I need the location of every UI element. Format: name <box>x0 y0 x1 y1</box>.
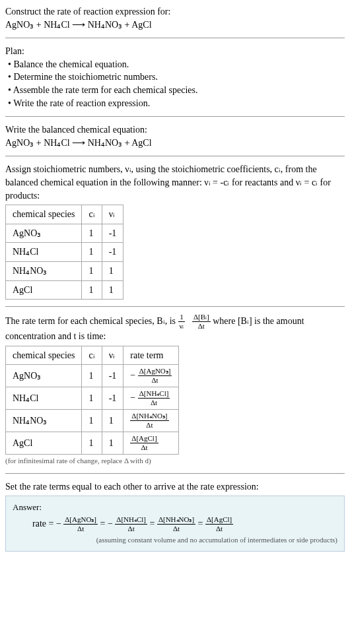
cell-rate: Δ[AgCl] Δt <box>123 432 179 455</box>
divider <box>5 38 345 38</box>
rate-term-table: chemical species cᵢ νᵢ rate term AgNO₃ 1… <box>5 346 179 455</box>
col-header: νᵢ <box>102 346 123 365</box>
cell-nu: -1 <box>102 224 123 243</box>
answer-frac: Δ[AgNO₃] Δt <box>63 516 98 532</box>
stoich-table: chemical species cᵢ νᵢ AgNO₃ 1 -1 NH₄Cl … <box>5 205 123 300</box>
frac-num: Δ[AgNO₃] <box>138 368 172 376</box>
frac-den: Δt <box>115 525 147 532</box>
cell-rate: − Δ[NH₄Cl] Δt <box>123 387 179 410</box>
frac-num: Δ[Bᵢ] <box>192 313 211 322</box>
balanced-equation: AgNO₃ + NH₄Cl ⟶ NH₄NO₃ + AgCl <box>5 137 345 150</box>
answer-box: Answer: rate = − Δ[AgNO₃] Δt = − Δ[NH₄Cl… <box>5 496 345 552</box>
stoich-intro: Assign stoichiometric numbers, νᵢ, using… <box>5 163 345 202</box>
cell-nu: -1 <box>102 365 123 387</box>
answer-frac: Δ[NH₄Cl] Δt <box>115 516 147 532</box>
frac-den: Δt <box>192 322 211 330</box>
prompt-equation: AgNO₃ + NH₄Cl ⟶ NH₄NO₃ + AgCl <box>5 18 345 32</box>
table-row: AgNO₃ 1 -1 <box>6 224 123 243</box>
cell-c: 1 <box>82 261 102 280</box>
table-header-row: chemical species cᵢ νᵢ rate term <box>6 346 179 365</box>
cell-c: 1 <box>82 365 102 387</box>
answer-equation: rate = − Δ[AgNO₃] Δt = − Δ[NH₄Cl] Δt = Δ… <box>13 516 337 532</box>
cell-species: AgNO₃ <box>6 224 82 243</box>
rate-term-block: The rate term for each chemical species,… <box>5 313 345 467</box>
prompt-block: Construct the rate of reaction expressio… <box>5 5 345 31</box>
table-row: AgNO₃ 1 -1 − Δ[AgNO₃] Δt <box>6 365 179 387</box>
rate-frac: Δ[AgNO₃] Δt <box>138 368 172 384</box>
divider <box>5 156 345 156</box>
divider <box>5 473 345 474</box>
plan-item: • Write the rate of reaction expression. <box>8 97 345 110</box>
cell-rate: Δ[NH₄NO₃] Δt <box>123 410 179 432</box>
sign: − <box>130 393 135 402</box>
frac-one-over-nu: 1 νᵢ <box>178 313 186 330</box>
frac-num: 1 <box>178 313 186 322</box>
cell-species: NH₄Cl <box>6 243 82 262</box>
rate-intro-a: The rate term for each chemical species,… <box>5 316 178 326</box>
col-header: νᵢ <box>102 205 123 224</box>
set-equal-text: Set the rate terms equal to each other t… <box>5 480 345 494</box>
answer-prefix: rate = − <box>32 519 61 529</box>
cell-species: AgNO₃ <box>6 365 82 387</box>
table-row: NH₄Cl 1 -1 − Δ[NH₄Cl] Δt <box>6 387 179 410</box>
divider <box>5 306 345 307</box>
frac-den: Δt <box>63 525 98 532</box>
frac-den: Δt <box>138 376 172 384</box>
rate-frac: Δ[NH₄Cl] Δt <box>138 390 170 406</box>
cell-c: 1 <box>82 432 102 455</box>
cell-c: 1 <box>82 224 102 243</box>
cell-nu: 1 <box>102 410 123 432</box>
col-header: chemical species <box>6 346 82 365</box>
cell-species: NH₄NO₃ <box>6 261 82 280</box>
cell-c: 1 <box>82 243 102 262</box>
cell-species: NH₄NO₃ <box>6 410 82 432</box>
cell-nu: 1 <box>102 261 123 280</box>
cell-c: 1 <box>82 410 102 432</box>
connector: = − <box>100 519 113 529</box>
table-header-row: chemical species cᵢ νᵢ <box>6 205 123 224</box>
frac-num: Δ[NH₄NO₃] <box>157 516 195 525</box>
frac-den: Δt <box>205 525 233 532</box>
col-header: cᵢ <box>82 205 102 224</box>
connector: = <box>198 519 205 529</box>
table-row: NH₄NO₃ 1 1 Δ[NH₄NO₃] Δt <box>6 410 179 432</box>
frac-num: Δ[AgCl] <box>130 435 158 443</box>
rate-frac: Δ[NH₄NO₃] Δt <box>130 412 168 429</box>
cell-nu: -1 <box>102 387 123 410</box>
col-header: rate term <box>123 346 179 365</box>
answer-label: Answer: <box>13 501 337 513</box>
table-row: AgCl 1 1 <box>6 280 123 300</box>
stoich-block: Assign stoichiometric numbers, νᵢ, using… <box>5 163 345 300</box>
set-equal-block: Set the rate terms equal to each other t… <box>5 480 345 552</box>
balanced-block: Write the balanced chemical equation: Ag… <box>5 123 345 149</box>
plan-item: • Assemble the rate term for each chemic… <box>8 84 345 97</box>
connector: = <box>150 519 157 529</box>
frac-num: Δ[AgCl] <box>205 516 233 525</box>
frac-num: Δ[NH₄Cl] <box>115 516 147 525</box>
frac-db-dt: Δ[Bᵢ] Δt <box>192 313 211 330</box>
frac-den: νᵢ <box>178 322 186 330</box>
cell-species: AgCl <box>6 280 82 300</box>
cell-species: NH₄Cl <box>6 387 82 410</box>
divider <box>5 116 345 117</box>
frac-den: Δt <box>157 525 195 532</box>
cell-nu: 1 <box>102 280 123 300</box>
col-header: cᵢ <box>82 346 102 365</box>
cell-rate: − Δ[AgNO₃] Δt <box>123 365 179 387</box>
cell-nu: -1 <box>102 243 123 262</box>
sign: − <box>130 370 135 380</box>
frac-num: Δ[NH₄Cl] <box>138 390 170 399</box>
table-row: NH₄NO₃ 1 1 <box>6 261 123 280</box>
cell-c: 1 <box>82 387 102 410</box>
frac-den: Δt <box>130 443 158 451</box>
answer-frac: Δ[AgCl] Δt <box>205 516 233 532</box>
frac-den: Δt <box>130 421 168 429</box>
plan-block: Plan: • Balance the chemical equation. •… <box>5 45 345 110</box>
answer-frac: Δ[NH₄NO₃] Δt <box>157 516 195 532</box>
table-row: NH₄Cl 1 -1 <box>6 243 123 262</box>
cell-species: AgCl <box>6 432 82 455</box>
rate-intro: The rate term for each chemical species,… <box>5 313 345 343</box>
frac-num: Δ[NH₄NO₃] <box>130 412 168 421</box>
cell-nu: 1 <box>102 432 123 455</box>
plan-item: • Determine the stoichiometric numbers. <box>8 71 345 84</box>
